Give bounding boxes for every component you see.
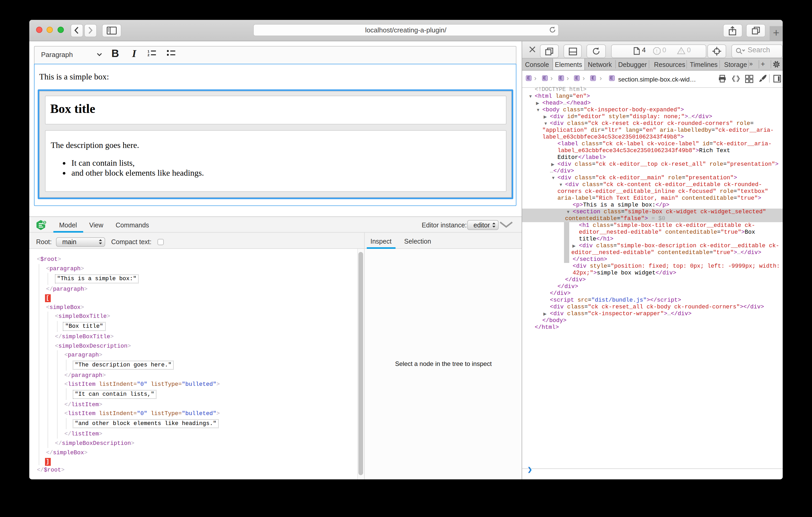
svg-text:!: ! [656,49,658,54]
svg-text:1: 1 [147,50,149,53]
svg-text:!: ! [680,50,682,54]
svg-text:5: 5 [44,221,45,224]
svg-text:2: 2 [147,53,149,56]
